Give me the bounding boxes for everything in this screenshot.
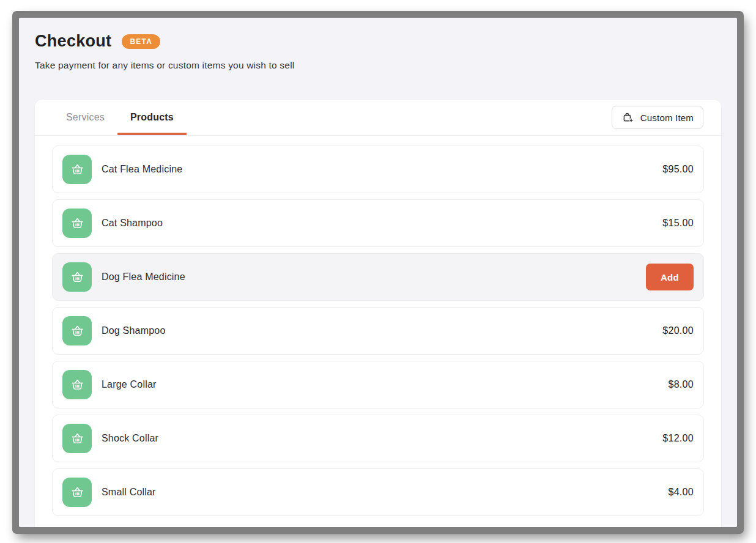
- tab-bar: Services Products Custom Item: [35, 100, 721, 136]
- product-name: Cat Flea Medicine: [102, 164, 182, 175]
- product-name: Large Collar: [102, 379, 157, 390]
- product-row[interactable]: Cat Shampoo $15.00: [52, 199, 704, 247]
- bag-plus-icon: [621, 111, 634, 124]
- product-price: $15.00: [662, 218, 694, 229]
- page-title: Checkout: [35, 32, 111, 51]
- product-row[interactable]: Cat Flea Medicine $95.00: [52, 146, 704, 193]
- product-name: Dog Flea Medicine: [102, 272, 185, 283]
- product-name: Small Collar: [102, 487, 156, 498]
- product-row-hovered[interactable]: Dog Flea Medicine Add: [52, 253, 704, 301]
- product-price: $12.00: [662, 433, 694, 444]
- beta-badge: BETA: [122, 34, 160, 49]
- basket-icon: [62, 316, 92, 345]
- tab-services[interactable]: Services: [53, 100, 117, 135]
- product-price: $95.00: [662, 164, 694, 175]
- custom-item-button[interactable]: Custom Item: [612, 106, 703, 129]
- product-price: $8.00: [668, 379, 694, 390]
- basket-icon: [62, 478, 92, 507]
- add-button[interactable]: Add: [646, 264, 694, 290]
- tab-services-label: Services: [66, 112, 105, 123]
- product-row[interactable]: Small Collar $4.00: [52, 468, 704, 516]
- product-price: $4.00: [668, 487, 694, 498]
- product-row[interactable]: Large Collar $8.00: [52, 361, 704, 408]
- product-name: Shock Collar: [102, 433, 158, 444]
- tab-products-label: Products: [130, 112, 174, 123]
- page-header: Checkout BETA Take payment for any items…: [19, 18, 737, 71]
- custom-item-label: Custom Item: [640, 113, 694, 123]
- basket-icon: [62, 262, 92, 292]
- basket-icon: [62, 370, 92, 399]
- product-row[interactable]: Dog Shampoo $20.00: [52, 307, 704, 355]
- tab-products[interactable]: Products: [117, 100, 187, 135]
- product-row[interactable]: Shock Collar $12.00: [52, 415, 704, 462]
- basket-icon: [62, 155, 92, 184]
- product-price: $20.00: [662, 325, 694, 336]
- checkout-panel: Services Products Custom Item: [35, 100, 721, 527]
- app-window: Checkout BETA Take payment for any items…: [19, 18, 737, 527]
- product-name: Dog Shampoo: [102, 325, 166, 336]
- basket-icon: [62, 209, 92, 238]
- page-subtitle: Take payment for any items or custom ite…: [35, 60, 721, 71]
- basket-icon: [62, 424, 92, 453]
- product-list: Cat Flea Medicine $95.00 Cat Shampoo $15…: [35, 136, 721, 527]
- product-name: Cat Shampoo: [102, 218, 163, 229]
